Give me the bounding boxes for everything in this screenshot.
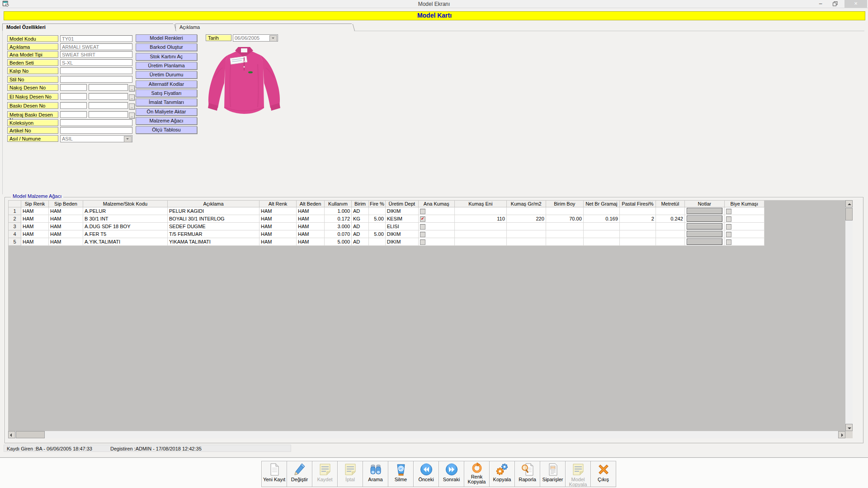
cell-alt-beden[interactable]: HAM: [297, 223, 325, 230]
model-kodu-input[interactable]: [60, 35, 132, 42]
cell-birim[interactable]: KG: [352, 215, 369, 223]
cell-sip-beden[interactable]: HAM: [49, 230, 83, 238]
nakis-desen-adi-input[interactable]: [89, 84, 128, 91]
aciklama-input[interactable]: [60, 43, 132, 50]
notlar-button[interactable]: [687, 239, 722, 245]
cell-net-br-gramaj[interactable]: [583, 207, 619, 215]
tab-aciklama[interactable]: Açıklama: [175, 23, 352, 31]
cell-fire[interactable]: [369, 223, 386, 230]
cell-stok-kodu[interactable]: B 30/1 INT: [83, 215, 168, 223]
col-sip-beden[interactable]: Sip Beden: [49, 201, 83, 207]
ana-kumas-checkbox[interactable]: [420, 209, 425, 214]
cell-kumas-gr[interactable]: [506, 223, 546, 230]
grid-vertical-scrollbar[interactable]: [845, 200, 853, 431]
chevron-down-icon[interactable]: [269, 35, 277, 42]
cell-aciklama[interactable]: YIKAMA TALIMATI: [168, 238, 259, 246]
table-row[interactable]: 4 HAM HAM A.FER T5 T/5 FERMUAR HAM HAM 0…: [9, 230, 764, 238]
col-alt-renk[interactable]: Alt Renk: [259, 201, 297, 207]
metraj-baski-desen-no-input[interactable]: [60, 111, 87, 118]
stil-no-input[interactable]: [60, 76, 132, 83]
cell-pastal-firesi[interactable]: 2: [619, 215, 656, 223]
scroll-left-button[interactable]: [8, 431, 15, 438]
table-row[interactable]: 5 HAM HAM A.YIK.TALIMATI YIKAMA TALIMATI…: [9, 238, 764, 246]
cell-birim-boy[interactable]: 70.00: [546, 215, 583, 223]
cikis-button[interactable]: Çıkış: [590, 461, 616, 487]
biye-kumasi-checkbox[interactable]: [726, 209, 731, 214]
baski-desen-adi-input[interactable]: [89, 102, 128, 109]
cell-uretim-dept[interactable]: DIKIM: [385, 230, 418, 238]
biye-kumasi-checkbox[interactable]: [726, 224, 731, 230]
cell-stok-kodu[interactable]: A.YIK.TALIMATI: [83, 238, 168, 246]
cell-birim[interactable]: AD: [352, 223, 369, 230]
col-rownum[interactable]: [9, 201, 21, 207]
cell-kumas-eni[interactable]: [454, 238, 506, 246]
renk-kopyala-button[interactable]: Renk Kopyala: [464, 461, 490, 487]
col-birim-boy[interactable]: Birim Boy: [546, 201, 583, 207]
olcu-tablosu-button[interactable]: Ölçü Tablosu: [136, 126, 197, 134]
notlar-button[interactable]: [687, 223, 722, 230]
cell-kumas-eni[interactable]: [454, 207, 506, 215]
imalat-tanimlari-button[interactable]: İmalat Tanımları: [136, 99, 197, 106]
scroll-right-button[interactable]: [838, 431, 845, 438]
alternatif-kodlar-button[interactable]: Alternatif Kodlar: [136, 80, 197, 88]
el-nakis-desen-no-input[interactable]: [60, 93, 87, 100]
cell-stok-kodu[interactable]: A.PELUR: [83, 207, 168, 215]
cell-alt-renk[interactable]: HAM: [259, 207, 297, 215]
biye-kumasi-checkbox[interactable]: [726, 216, 731, 222]
chevron-down-icon[interactable]: [124, 136, 132, 142]
minimize-button[interactable]: –: [814, 0, 827, 8]
kalip-no-input[interactable]: [60, 67, 132, 74]
cell-birim-boy[interactable]: [546, 238, 583, 246]
cell-alt-renk[interactable]: HAM: [259, 223, 297, 230]
notlar-button[interactable]: [687, 216, 722, 222]
iptal-button[interactable]: İptal: [337, 461, 363, 487]
cell-alt-beden[interactable]: HAM: [297, 215, 325, 223]
cell-sip-renk[interactable]: HAM: [21, 238, 49, 246]
ana-kumas-checkbox[interactable]: [420, 239, 425, 245]
scroll-up-button[interactable]: [845, 200, 853, 207]
cell-alt-beden[interactable]: HAM: [297, 207, 325, 215]
tab-model-ozellikleri[interactable]: Model Özellikleri: [2, 23, 173, 31]
artikel-no-input[interactable]: [60, 127, 132, 134]
scroll-down-button[interactable]: [845, 424, 853, 431]
sonraki-button[interactable]: Sonraki: [439, 461, 464, 487]
cell-kumas-gr[interactable]: [506, 207, 546, 215]
metraj-baski-browse-button[interactable]: ..: [129, 113, 135, 118]
cell-kullanim[interactable]: 5.000: [325, 238, 352, 246]
baski-desen-no-input[interactable]: [60, 102, 87, 109]
cell-sip-renk[interactable]: HAM: [21, 207, 49, 215]
notlar-button[interactable]: [687, 231, 722, 237]
col-pastal-firesi[interactable]: Pastal Firesi%: [619, 201, 656, 207]
el-nakis-desen-browse-button[interactable]: ..: [129, 94, 135, 100]
cell-uretim-dept[interactable]: KESIM: [385, 215, 418, 223]
vertical-scroll-thumb[interactable]: [845, 208, 853, 221]
restore-button[interactable]: [828, 0, 842, 8]
silme-button[interactable]: Silme: [388, 461, 414, 487]
cell-alt-renk[interactable]: HAM: [259, 230, 297, 238]
cell-aciklama[interactable]: BOYALI 30/1 INTERLOG: [168, 215, 259, 223]
col-malzeme-stok-kodu[interactable]: Malzeme/Stok Kodu: [83, 201, 168, 207]
cell-net-br-gramaj[interactable]: 0.169: [583, 215, 619, 223]
col-net-br-gramaj[interactable]: Net Br Gramaj: [583, 201, 619, 207]
cell-uretim-dept[interactable]: DIKIM: [385, 238, 418, 246]
col-alt-beden[interactable]: Alt Beden: [297, 201, 325, 207]
table-row[interactable]: 1 HAM HAM A.PELUR PELUR KAGIDI HAM HAM 1…: [9, 207, 764, 215]
degistir-button[interactable]: Değiştir: [287, 461, 312, 487]
cell-aciklama[interactable]: SEDEF DUGME: [168, 223, 259, 230]
cell-kullanim[interactable]: 1.000: [325, 207, 352, 215]
model-kopyala-button[interactable]: Model Kopyala: [565, 461, 591, 487]
col-notlar[interactable]: Notlar: [684, 201, 724, 207]
cell-metretul[interactable]: [656, 223, 684, 230]
cell-alt-renk[interactable]: HAM: [259, 215, 297, 223]
cell-kumas-gr[interactable]: [506, 230, 546, 238]
ana-model-tipi-input[interactable]: [60, 51, 132, 58]
cell-net-br-gramaj[interactable]: [583, 238, 619, 246]
biye-kumasi-checkbox[interactable]: [726, 232, 731, 237]
cell-kumas-eni[interactable]: [454, 223, 506, 230]
cell-sip-renk[interactable]: HAM: [21, 230, 49, 238]
cell-metretul[interactable]: 0.242: [656, 215, 684, 223]
cell-metretul[interactable]: [656, 238, 684, 246]
stok-kartini-ac-button[interactable]: Stok Kartını Aç: [136, 53, 197, 61]
koleksiyon-input[interactable]: [60, 119, 132, 126]
cell-fire[interactable]: [369, 238, 386, 246]
